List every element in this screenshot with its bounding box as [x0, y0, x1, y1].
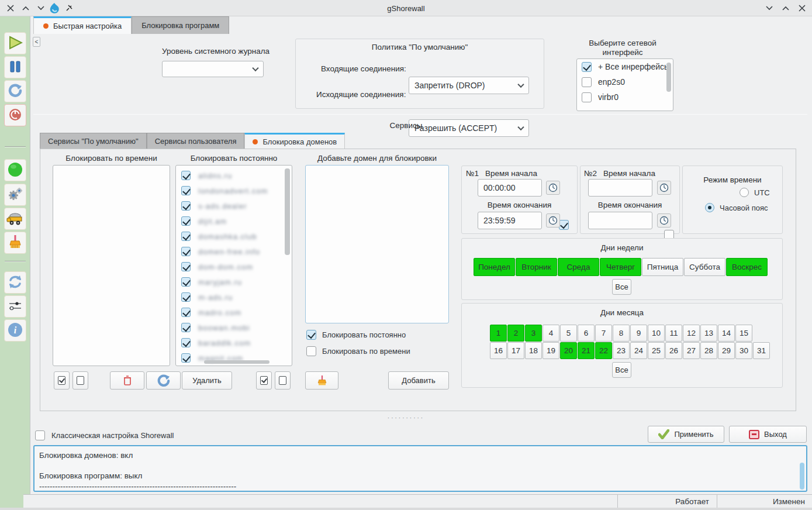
checkbox-checked-icon[interactable] [181, 292, 191, 302]
weekdays-all-button[interactable]: Все [612, 279, 631, 295]
blocked-domain-item[interactable]: domen-free.info [176, 244, 292, 259]
monthday-button[interactable]: 17 [507, 342, 524, 359]
interface-item[interactable]: enp2s0 [577, 74, 673, 89]
timer1-end-input[interactable]: 23:59:59 [478, 212, 542, 229]
collapse-panel-button[interactable]: < [33, 37, 40, 47]
checkbox-checked-icon[interactable] [181, 232, 191, 241]
monthday-button[interactable]: 2 [507, 325, 524, 342]
monthday-button[interactable]: 6 [578, 325, 595, 342]
settings-button[interactable] [4, 184, 26, 206]
weekday-button[interactable]: Понедел [474, 258, 515, 276]
add-domain-input-area[interactable] [305, 165, 449, 323]
monthday-button[interactable]: 13 [700, 325, 717, 342]
status-log[interactable]: Блокировка доменов: вкл Блокировка прогр… [33, 445, 807, 492]
tune-button[interactable] [4, 295, 26, 318]
interface-item[interactable]: + Все инрерфейсы [577, 59, 673, 74]
checkbox-unchecked-icon[interactable] [582, 92, 592, 102]
sync-button[interactable] [4, 271, 26, 294]
monthday-button[interactable]: 15 [735, 325, 752, 342]
deselect-all-permanent-button[interactable] [275, 371, 291, 390]
monthday-button[interactable]: 3 [525, 325, 542, 342]
cleanup-button[interactable] [4, 208, 26, 230]
weekday-button[interactable]: Среда [558, 258, 599, 276]
scrollbar-thumb[interactable] [800, 463, 804, 490]
refresh-list-button[interactable] [146, 371, 181, 390]
monthday-button[interactable]: 27 [683, 342, 700, 359]
monthday-button[interactable]: 5 [560, 325, 577, 342]
minimize-icon[interactable] [763, 2, 775, 14]
weekday-button[interactable]: Вторник [516, 258, 557, 276]
trash-button[interactable] [110, 371, 144, 390]
checkbox-unchecked-icon[interactable] [582, 77, 592, 87]
add-button[interactable]: Добавить [388, 371, 449, 390]
interface-item[interactable]: virbr0 [577, 89, 673, 105]
timer2-end-clock-button[interactable] [657, 213, 671, 228]
checkbox-checked-icon[interactable] [181, 353, 191, 363]
pause-firewall-button[interactable] [4, 56, 26, 78]
splitter-handle[interactable]: ·········· [0, 415, 812, 421]
monthday-button[interactable]: 7 [595, 325, 612, 342]
monthday-button[interactable]: 11 [665, 325, 682, 342]
blocked-domain-item[interactable]: s-ads.dealer [176, 198, 292, 213]
monthday-button[interactable]: 22 [595, 342, 612, 359]
tab-default-services[interactable]: Сервисы "По умолчанию" [40, 133, 147, 149]
weekday-button[interactable]: Пятница [642, 258, 683, 276]
restart-firewall-button[interactable] [4, 80, 26, 102]
blocked-domain-item[interactable]: m-ads.ru [176, 290, 292, 305]
maximize-icon[interactable] [780, 2, 792, 14]
option-block-permanent[interactable]: Блокировать постоянно [306, 330, 406, 340]
checkbox-checked-icon[interactable] [181, 277, 191, 287]
monthday-button[interactable]: 4 [543, 325, 559, 342]
timer2-start-input[interactable] [588, 179, 652, 197]
timer1-start-clock-button[interactable] [546, 181, 560, 195]
checkbox-checked-icon[interactable] [181, 171, 191, 180]
checkbox-checked-icon[interactable] [181, 262, 191, 271]
apply-button[interactable]: Применить [648, 426, 724, 443]
option-block-by-time[interactable]: Блокировать по времени [306, 346, 410, 356]
timer2-start-clock-button[interactable] [657, 181, 671, 195]
exit-button[interactable]: Выход [729, 426, 807, 443]
monthdays-all-button[interactable]: Все [612, 362, 631, 378]
checkbox-checked-icon[interactable] [582, 62, 592, 72]
classic-setup-option[interactable]: Классическая настройка Shorewall [35, 430, 174, 440]
log-level-select[interactable] [162, 61, 264, 77]
start-firewall-button[interactable] [4, 32, 26, 54]
scrollbar-thumb[interactable] [666, 63, 671, 92]
blocked-domain-item[interactable]: domashka.club [176, 229, 292, 244]
close-icon[interactable] [796, 2, 808, 14]
info-button[interactable]: i [4, 319, 26, 342]
blocked-domain-item[interactable]: baraddlk.com [176, 335, 292, 350]
radio-unselected-icon[interactable] [740, 188, 749, 197]
checkbox-checked-icon[interactable] [181, 216, 191, 226]
clear-domain-button[interactable] [305, 371, 338, 390]
block-permanent-list[interactable]: alidns.rulondonadvert.coms-ads.dealerdij… [175, 165, 292, 366]
interface-list[interactable]: + Все инрерфейсыenp2s0virbr0 [576, 58, 673, 111]
checkbox-unchecked-icon[interactable] [306, 346, 316, 356]
checkbox-checked-icon[interactable] [181, 308, 191, 317]
blocked-domain-item[interactable]: madro.com [176, 305, 292, 320]
monthday-button[interactable]: 14 [718, 325, 735, 342]
monthday-button[interactable]: 26 [665, 342, 682, 359]
blocked-domain-item[interactable]: dijit.am [176, 213, 292, 229]
tab-quick-setup[interactable]: Быстрая настройка [33, 16, 132, 34]
incoming-policy-select[interactable]: Запретить (DROP) [409, 77, 529, 94]
monthday-button[interactable]: 8 [613, 325, 630, 342]
checkbox-unchecked-icon[interactable] [35, 430, 45, 440]
monthday-button[interactable]: 18 [525, 342, 542, 359]
monthday-button[interactable]: 29 [718, 342, 735, 359]
tab-program-blocking[interactable]: Блокировка программ [132, 16, 229, 34]
checkbox-checked-icon[interactable] [306, 330, 316, 340]
weekday-button[interactable]: Воскрес [726, 258, 768, 276]
checkbox-checked-icon[interactable] [181, 201, 191, 211]
blocked-domain-item[interactable]: londonadvert.com [176, 183, 292, 198]
deselect-all-time-button[interactable] [72, 371, 88, 390]
weekday-button[interactable]: Суббота [684, 258, 725, 276]
tab-domain-blocking[interactable]: Блокировка доменов [244, 133, 345, 149]
blocked-domain-item[interactable]: alidns.ru [176, 168, 292, 183]
scrollbar-thumb[interactable] [285, 168, 290, 255]
blocked-domain-item[interactable]: dom-dom.com [176, 259, 292, 274]
radio-selected-icon[interactable] [705, 203, 714, 212]
monthday-button[interactable]: 24 [630, 342, 647, 359]
blocked-domain-item[interactable]: boowan.mobi [176, 320, 292, 335]
monthday-button[interactable]: 20 [560, 342, 577, 359]
